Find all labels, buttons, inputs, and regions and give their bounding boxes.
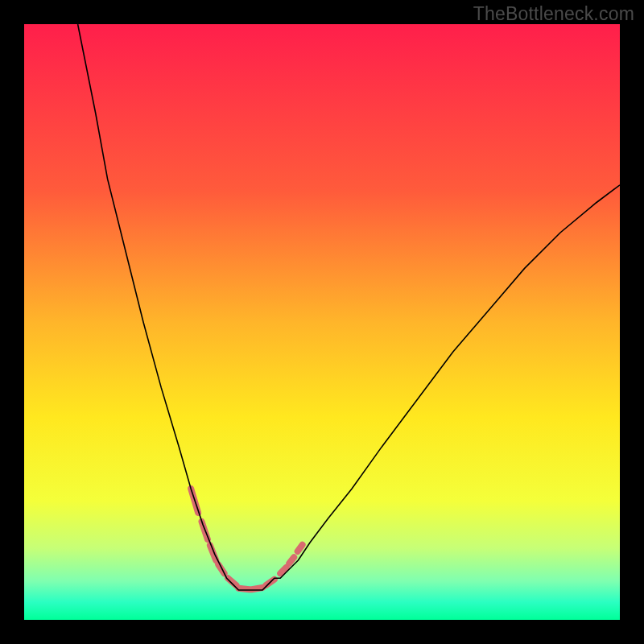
svg-line-7 bbox=[252, 588, 262, 589]
confidence-dashes bbox=[191, 489, 302, 589]
svg-line-6 bbox=[238, 588, 249, 590]
bottleneck-curve bbox=[78, 24, 620, 590]
watermark-text: TheBottleneck.com bbox=[473, 3, 634, 25]
svg-line-10 bbox=[289, 557, 294, 563]
plot-area bbox=[24, 24, 620, 620]
chart-frame: TheBottleneck.com bbox=[0, 0, 644, 644]
chart-overlay bbox=[24, 24, 620, 620]
svg-line-11 bbox=[298, 545, 303, 551]
svg-line-3 bbox=[210, 546, 216, 561]
